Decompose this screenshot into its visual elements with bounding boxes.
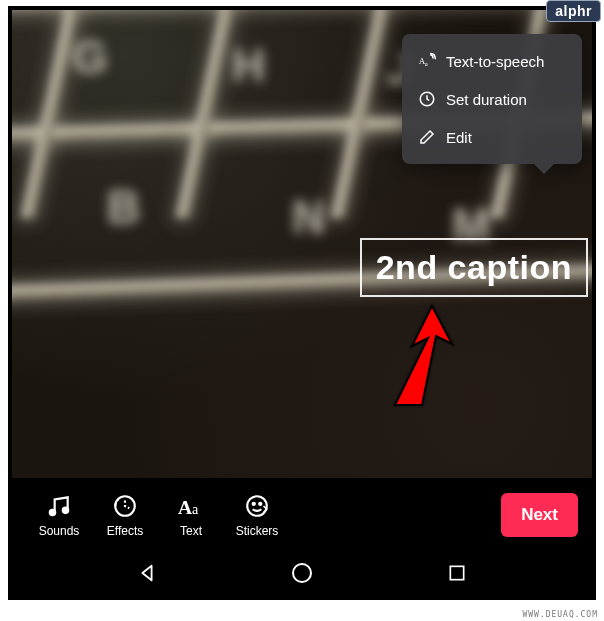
- svg-rect-12: [450, 566, 463, 579]
- tool-label: Stickers: [236, 524, 279, 538]
- svg-point-3: [50, 510, 55, 515]
- popup-item-label: Edit: [446, 129, 472, 146]
- music-note-icon: [45, 492, 73, 520]
- set-duration-option[interactable]: Set duration: [402, 80, 582, 118]
- svg-text:a: a: [425, 60, 428, 67]
- text-to-speech-icon: A a: [418, 52, 436, 70]
- triangle-back-icon: [136, 562, 158, 584]
- popup-item-label: Text-to-speech: [446, 53, 544, 70]
- video-preview: GHJ BNM A a Text-to-speech: [12, 10, 592, 478]
- square-recents-icon: [447, 563, 467, 583]
- circle-home-icon: [290, 561, 314, 585]
- edit-icon: [418, 128, 436, 146]
- watermark: WWW.DEUAQ.COM: [522, 610, 598, 619]
- back-button[interactable]: [127, 553, 167, 593]
- android-nav-bar: [12, 550, 592, 596]
- stickers-button[interactable]: Stickers: [224, 492, 290, 538]
- svg-point-9: [253, 503, 255, 505]
- editor-toolbar: Sounds Effects A a Text: [12, 478, 592, 552]
- edit-option[interactable]: Edit: [402, 118, 582, 156]
- next-button[interactable]: Next: [501, 493, 578, 537]
- effects-icon: [111, 492, 139, 520]
- svg-text:A: A: [178, 497, 192, 518]
- sounds-button[interactable]: Sounds: [26, 492, 92, 538]
- source-badge: alphr: [546, 0, 601, 22]
- text-options-popup: A a Text-to-speech Set duration: [402, 34, 582, 164]
- screenshot-frame: GHJ BNM A a Text-to-speech: [8, 6, 596, 600]
- tool-label: Effects: [107, 524, 143, 538]
- tool-label: Sounds: [39, 524, 80, 538]
- recents-button[interactable]: [437, 553, 477, 593]
- svg-point-10: [259, 503, 261, 505]
- text-icon: A a: [177, 492, 205, 520]
- sticker-icon: [243, 492, 271, 520]
- clock-icon: [418, 90, 436, 108]
- effects-button[interactable]: Effects: [92, 492, 158, 538]
- svg-point-11: [293, 564, 311, 582]
- tool-label: Text: [180, 524, 202, 538]
- home-button[interactable]: [282, 553, 322, 593]
- caption-text-box[interactable]: 2nd caption: [360, 238, 588, 297]
- svg-text:a: a: [192, 501, 199, 517]
- svg-point-4: [63, 508, 68, 513]
- text-to-speech-option[interactable]: A a Text-to-speech: [402, 42, 582, 80]
- text-button[interactable]: A a Text: [158, 492, 224, 538]
- popup-item-label: Set duration: [446, 91, 527, 108]
